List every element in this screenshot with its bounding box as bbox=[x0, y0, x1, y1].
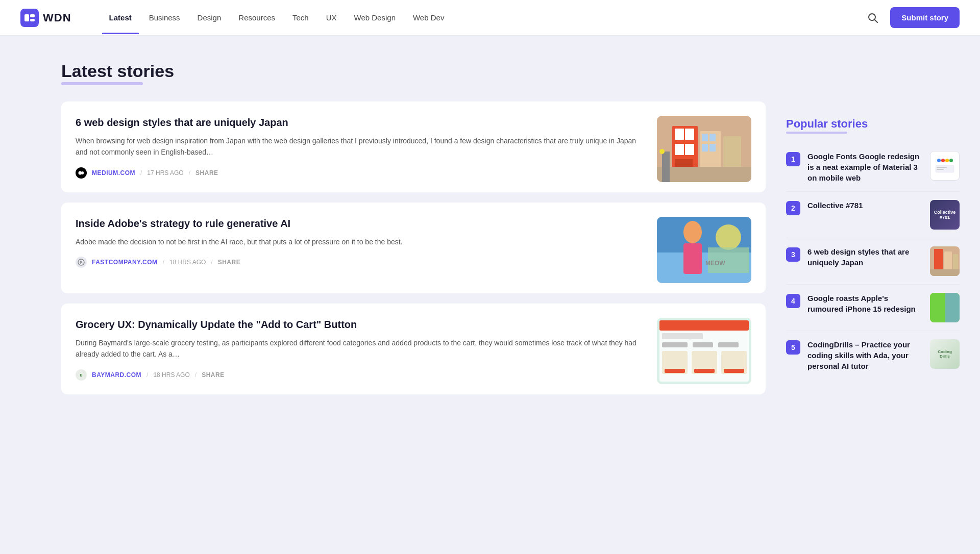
sidebar: Popular stories 1 Google Fonts Google re… bbox=[786, 117, 960, 380]
story-time: 17 HRS AGO bbox=[147, 169, 183, 177]
nav-item-ux[interactable]: UX bbox=[319, 9, 344, 26]
nav-item-design[interactable]: Design bbox=[190, 9, 229, 26]
svg-point-30 bbox=[716, 224, 741, 250]
nav-item-tech[interactable]: Tech bbox=[285, 9, 316, 26]
story-image bbox=[657, 318, 751, 384]
svg-point-5 bbox=[79, 171, 82, 174]
search-icon[interactable] bbox=[866, 11, 880, 25]
story-card: 6 web design styles that are uniquely Ja… bbox=[61, 102, 766, 192]
story-description: When browsing for web design inspiration… bbox=[76, 135, 647, 158]
popular-item[interactable]: 1 Google Fonts Google redesign is a neat… bbox=[786, 143, 960, 192]
popular-content: Google roasts Apple's rumoured iPhone 15… bbox=[807, 293, 923, 314]
svg-rect-39 bbox=[662, 342, 688, 347]
share-button[interactable]: SHARE bbox=[202, 371, 225, 379]
popular-content: 6 web design styles that are uniquely Ja… bbox=[807, 246, 923, 268]
popular-rank: 1 bbox=[786, 152, 800, 166]
svg-point-6 bbox=[82, 171, 84, 174]
popular-item[interactable]: 4 Google roasts Apple's rumoured iPhone … bbox=[786, 285, 960, 331]
svg-rect-1 bbox=[30, 14, 35, 17]
popular-story-title: Google roasts Apple's rumoured iPhone 15… bbox=[807, 293, 923, 314]
svg-rect-47 bbox=[724, 369, 744, 373]
story-card: Grocery UX: Dynamically Update the "Add … bbox=[61, 304, 766, 394]
svg-rect-40 bbox=[693, 342, 713, 347]
content-layout: Latest stories 6 web design styles that … bbox=[0, 46, 980, 425]
story-meta: B BAYMARD.COM / 18 HRS AGO / SHARE bbox=[76, 369, 647, 381]
nav-item-resources[interactable]: Resources bbox=[231, 9, 282, 26]
svg-rect-22 bbox=[662, 152, 670, 182]
nav-item-webdesign[interactable]: Web Design bbox=[347, 9, 403, 26]
nav-item-business[interactable]: Business bbox=[142, 9, 187, 26]
source-icon bbox=[76, 167, 87, 179]
svg-text:B: B bbox=[80, 373, 82, 377]
share-button[interactable]: SHARE bbox=[218, 259, 241, 266]
popular-thumb bbox=[930, 293, 960, 322]
popular-rank: 3 bbox=[786, 247, 800, 262]
nav-item-latest[interactable]: Latest bbox=[102, 9, 139, 26]
svg-rect-38 bbox=[662, 333, 703, 339]
main-nav: Latest Business Design Resources Tech UX… bbox=[102, 9, 866, 26]
source-icon: F bbox=[76, 257, 87, 268]
svg-text:F: F bbox=[80, 261, 83, 264]
svg-rect-53 bbox=[944, 251, 952, 271]
coding-drills-label: CodingDrills bbox=[938, 349, 952, 359]
svg-rect-37 bbox=[659, 320, 749, 331]
popular-thumb: CodingDrills bbox=[930, 339, 960, 369]
svg-rect-55 bbox=[930, 269, 960, 276]
popular-story-title: Collective #781 bbox=[807, 200, 923, 211]
svg-rect-29 bbox=[683, 243, 702, 274]
popular-rank: 2 bbox=[786, 201, 800, 215]
story-description: During Baymard's large-scale grocery tes… bbox=[76, 337, 647, 360]
story-image: MEOW bbox=[657, 217, 751, 283]
svg-rect-41 bbox=[718, 342, 739, 347]
svg-rect-0 bbox=[24, 14, 29, 21]
svg-rect-13 bbox=[685, 144, 694, 155]
popular-item[interactable]: 2 Collective #781 Collective#781 bbox=[786, 192, 960, 238]
popular-content: Collective #781 bbox=[807, 200, 923, 211]
svg-rect-16 bbox=[702, 134, 708, 141]
story-image bbox=[657, 116, 751, 182]
popular-rank: 5 bbox=[786, 340, 800, 355]
story-meta: MEDIUM.COM / 17 HRS AGO / SHARE bbox=[76, 167, 647, 179]
header: WDN Latest Business Design Resources Tec… bbox=[0, 0, 980, 36]
popular-content: Google Fonts Google redesign is a neat e… bbox=[807, 151, 923, 183]
story-source[interactable]: FASTCOMPANY.COM bbox=[92, 259, 158, 266]
svg-rect-50 bbox=[937, 169, 944, 170]
nav-item-webdev[interactable]: Web Dev bbox=[406, 9, 451, 26]
popular-thumb bbox=[930, 151, 960, 181]
svg-rect-49 bbox=[937, 167, 947, 168]
story-time: 18 HRS AGO bbox=[169, 259, 206, 266]
story-title[interactable]: 6 web design styles that are uniquely Ja… bbox=[76, 116, 647, 129]
story-content: Inside Adobe's strategy to rule generati… bbox=[76, 217, 647, 268]
share-button[interactable]: SHARE bbox=[195, 169, 218, 177]
popular-rank: 4 bbox=[786, 294, 800, 308]
svg-rect-45 bbox=[665, 369, 685, 373]
story-source[interactable]: BAYMARD.COM bbox=[92, 371, 141, 379]
svg-rect-21 bbox=[657, 167, 751, 182]
popular-story-title: Google Fonts Google redesign is a neat e… bbox=[807, 151, 923, 183]
main-content: Latest stories 6 web design styles that … bbox=[61, 61, 766, 405]
story-description: Adobe made the decision to not be first … bbox=[76, 236, 647, 247]
popular-stories-title: Popular stories bbox=[786, 117, 868, 131]
story-title[interactable]: Grocery UX: Dynamically Update the "Add … bbox=[76, 318, 647, 331]
popular-item[interactable]: 5 CodingDrills – Practice your coding sk… bbox=[786, 331, 960, 380]
logo-icon bbox=[20, 9, 39, 27]
svg-text:MEOW: MEOW bbox=[705, 260, 725, 267]
story-source[interactable]: MEDIUM.COM bbox=[92, 169, 135, 177]
svg-rect-10 bbox=[675, 129, 684, 140]
svg-rect-18 bbox=[702, 144, 708, 152]
logo[interactable]: WDN bbox=[20, 9, 71, 27]
story-time: 18 HRS AGO bbox=[153, 371, 189, 379]
google-logo bbox=[937, 159, 953, 162]
story-title[interactable]: Inside Adobe's strategy to rule generati… bbox=[76, 217, 647, 230]
svg-rect-19 bbox=[709, 144, 716, 152]
svg-rect-46 bbox=[694, 369, 715, 373]
popular-thumb bbox=[930, 246, 960, 276]
story-content: Grocery UX: Dynamically Update the "Add … bbox=[76, 318, 647, 381]
page-title: Latest stories bbox=[61, 61, 174, 81]
submit-story-button[interactable]: Submit story bbox=[890, 7, 960, 28]
svg-rect-52 bbox=[934, 249, 943, 269]
popular-item[interactable]: 3 6 web design styles that are uniquely … bbox=[786, 238, 960, 285]
svg-rect-12 bbox=[675, 144, 684, 155]
svg-point-28 bbox=[683, 221, 702, 243]
story-content: 6 web design styles that are uniquely Ja… bbox=[76, 116, 647, 179]
